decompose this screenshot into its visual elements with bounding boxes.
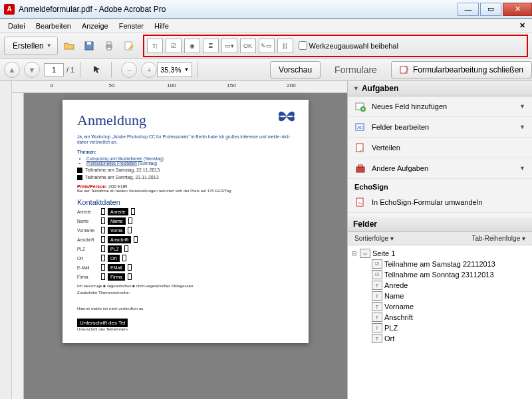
left-nav-gutter[interactable] <box>0 81 12 399</box>
tasks-panel-header[interactable]: ▼Aufgaben <box>348 81 532 96</box>
fields-panel-header[interactable]: Felder <box>348 217 532 232</box>
name-field[interactable]: Name <box>108 217 126 225</box>
form-field-handle[interactable] <box>128 227 132 233</box>
text-field-tool[interactable]: T| <box>147 39 163 53</box>
tree-field-item[interactable]: TAnschrift <box>349 312 531 323</box>
chevron-down-icon: ▼ <box>184 66 189 72</box>
signature-tool[interactable]: ✎▭ <box>259 39 275 53</box>
menu-anzeige[interactable]: Anzeige <box>78 21 112 31</box>
main-toolbar: Erstellen ▼ T| ☑ ◉ ≣ ▭▾ OK ✎▭ ||| Werkze… <box>0 33 532 59</box>
task-distribute[interactable]: Verteilen <box>348 138 532 158</box>
button-tool[interactable]: OK <box>240 39 256 53</box>
price-note: Bei der Teilnahme an beiden Veranstaltun… <box>77 189 294 193</box>
maximize-button[interactable]: ▭ <box>480 3 501 16</box>
save-button[interactable] <box>80 37 98 55</box>
form-field-handle[interactable] <box>101 245 105 252</box>
form-field-handle[interactable] <box>101 273 105 280</box>
pdf-page[interactable]: Anmeldung Ja, am Workshop „Adobe Photosh… <box>63 100 309 343</box>
form-field-handle[interactable] <box>128 273 132 280</box>
close-form-editing-button[interactable]: Formularbearbeitung schließen <box>391 61 532 78</box>
form-field-handle[interactable] <box>101 255 105 261</box>
extra-wishes-line: Zusätzliche Themenwünsche: <box>77 291 294 295</box>
open-file-button[interactable] <box>61 37 78 55</box>
theme-item: Professionelles Freistellen (Sonntag) <box>86 161 294 166</box>
task-echosign-convert[interactable]: In EchoSign-Formular umwandeln <box>348 192 532 213</box>
form-field-handle[interactable] <box>134 236 138 243</box>
list-box-tool[interactable]: ≣ <box>203 39 219 53</box>
tree-item-label: Name <box>384 292 404 300</box>
menu-hilfe[interactable]: Hilfe <box>150 21 173 31</box>
tree-toggle-icon[interactable]: ⊟ <box>352 250 358 257</box>
keep-tool-checkbox[interactable]: Werkzeugauswahl beibehal <box>299 41 398 50</box>
form-field-handle[interactable] <box>128 264 132 271</box>
tree-page-node[interactable]: ⊟ ▭ Seite 1 <box>349 248 531 259</box>
zoom-select[interactable]: 35,3% ▼ <box>157 63 192 77</box>
zoom-in-button[interactable]: + <box>141 62 157 78</box>
zoom-out-button[interactable]: − <box>121 62 137 78</box>
page-number-input[interactable] <box>44 63 64 76</box>
window-titlebar: A Anmeldeformular.pdf - Adobe Acrobat Pr… <box>0 0 532 19</box>
form-field-handle[interactable] <box>101 208 105 215</box>
form-field-handle[interactable] <box>101 227 105 233</box>
menu-bearbeiten[interactable]: Bearbeiten <box>32 21 75 31</box>
tree-field-item[interactable]: TAnrede <box>349 280 531 291</box>
svg-text:Ab: Ab <box>357 125 363 130</box>
vorname-field[interactable]: Vorna <box>108 227 125 234</box>
barcode-tool[interactable]: ||| <box>277 39 293 53</box>
tree-field-item[interactable]: TOrt <box>349 333 531 344</box>
form-field-handle[interactable] <box>128 217 132 224</box>
tree-field-item[interactable]: TPLZ <box>349 323 531 333</box>
form-field-handle[interactable] <box>101 217 105 224</box>
email-field[interactable]: EMail <box>108 264 125 271</box>
form-field-handle[interactable] <box>124 245 128 252</box>
binding-line: Hiermit melde ich mich verbindlich an. <box>77 307 294 311</box>
tree-field-item[interactable]: ☑Teilnahme am Sonntag 23112013 <box>349 269 531 280</box>
ruler-mark: 0 <box>51 82 53 88</box>
chevron-down-icon: ▼ <box>519 103 525 110</box>
anschrift-field[interactable]: Anschrift <box>108 236 131 243</box>
form-field-handle[interactable] <box>101 264 105 271</box>
forms-tab[interactable]: Formulare <box>326 61 386 78</box>
tree-item-label: PLZ <box>384 324 398 332</box>
menu-close-x[interactable]: ✕ <box>513 21 532 30</box>
form-field-handle[interactable] <box>101 236 105 243</box>
fields-tree[interactable]: ⊟ ▭ Seite 1 ☑Teilnahme am Samstag 221120… <box>348 245 532 399</box>
task-edit-fields[interactable]: Ab Felder bearbeiten▼ <box>348 117 532 138</box>
anrede-field[interactable]: Anrede <box>108 208 128 215</box>
tree-field-item[interactable]: ☑Teilnahme am Samstag 22112013 <box>349 259 531 269</box>
plz-field[interactable]: PLZ <box>108 245 122 253</box>
close-window-button[interactable]: ✕ <box>503 3 532 16</box>
meal-pref-line: Ich bevorzuge ■ vegetarisches ■ nicht-ve… <box>77 284 294 288</box>
create-button[interactable]: Erstellen ▼ <box>4 37 58 55</box>
dropdown-tool[interactable]: ▭▾ <box>221 39 237 53</box>
ort-field[interactable]: Ort <box>108 255 120 262</box>
task-other[interactable]: Andere Aufgaben▼ <box>348 158 532 179</box>
signature-field[interactable]: Unterschrift des Tei <box>77 319 128 327</box>
radio-button-tool[interactable]: ◉ <box>184 39 200 53</box>
page-viewport[interactable]: Anmeldung Ja, am Workshop „Adobe Photosh… <box>24 93 347 399</box>
checkbox-field[interactable] <box>77 175 82 180</box>
keep-tool-check-input[interactable] <box>299 41 307 50</box>
tree-field-item[interactable]: TVorname <box>349 301 531 312</box>
menu-fenster[interactable]: Fenster <box>115 21 148 31</box>
tree-field-item[interactable]: TName <box>349 291 531 301</box>
tree-item-label: Teilnahme am Sonntag 23112013 <box>384 271 494 279</box>
page-up-button[interactable]: ▲ <box>4 62 20 78</box>
print-button[interactable] <box>100 37 118 55</box>
checkbox-tool[interactable]: ☑ <box>166 39 182 53</box>
firma-field[interactable]: Firma <box>108 273 125 281</box>
field-type-icon: T <box>372 334 382 343</box>
sort-order-dropdown[interactable]: Sortierfolge ▾ <box>354 235 394 242</box>
toolbox-icon <box>354 162 366 174</box>
preview-button[interactable]: Vorschau <box>270 61 321 78</box>
pointer-tool[interactable] <box>88 61 106 78</box>
task-add-new-field[interactable]: Neues Feld hinzufügen▼ <box>348 96 532 117</box>
edit-button[interactable] <box>120 37 138 55</box>
tab-order-dropdown[interactable]: Tab-Reihenfolge ▾ <box>471 235 525 242</box>
page-down-button[interactable]: ▼ <box>24 62 40 78</box>
minimize-button[interactable]: — <box>458 3 479 16</box>
form-field-handle[interactable] <box>122 255 126 261</box>
menu-datei[interactable]: Datei <box>4 21 29 31</box>
checkbox-field[interactable] <box>77 168 82 173</box>
form-field-handle[interactable] <box>131 208 135 215</box>
